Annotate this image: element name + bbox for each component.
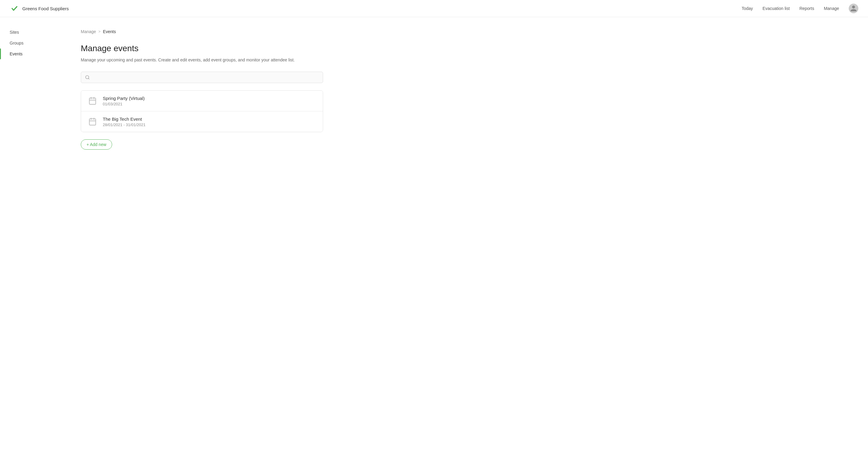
event-name: Spring Party (Virtual) [103,96,145,101]
table-row[interactable]: The Big Tech Event 28/01/2021 - 31/01/20… [81,111,323,132]
sidebar-item-sites-label: Sites [10,30,19,35]
breadcrumb: Manage > Events [81,29,323,34]
sidebar: Sites Groups Events [0,17,66,475]
nav-reports[interactable]: Reports [799,6,814,11]
breadcrumb-current: Events [103,29,116,34]
sidebar-item-groups[interactable]: Groups [0,38,66,48]
search-container [81,72,323,83]
sidebar-item-groups-label: Groups [10,41,24,45]
brand: Greens Food Suppliers [10,4,69,13]
sidebar-item-sites[interactable]: Sites [0,27,66,38]
search-input[interactable] [81,72,323,83]
search-icon [85,75,90,80]
nav-today[interactable]: Today [742,6,753,11]
user-avatar[interactable] [849,4,858,13]
nav-manage[interactable]: Manage [824,6,839,11]
brand-name: Greens Food Suppliers [22,6,69,11]
event-date: 01/03/2021 [103,102,145,106]
calendar-icon [87,116,98,127]
breadcrumb-parent[interactable]: Manage [81,29,96,34]
svg-rect-6 [90,119,96,125]
event-info: Spring Party (Virtual) 01/03/2021 [103,96,145,106]
logo-icon [10,4,19,13]
header-nav: Today Evacuation list Reports Manage [742,4,858,13]
page-description: Manage your upcoming and past events. Cr… [81,57,323,63]
event-date: 28/01/2021 - 31/01/2021 [103,123,146,127]
table-row[interactable]: Spring Party (Virtual) 01/03/2021 [81,91,323,111]
sidebar-item-events[interactable]: Events [0,48,66,59]
page-title: Manage events [81,44,323,53]
header: Greens Food Suppliers Today Evacuation l… [0,0,868,17]
nav-evacuation-list[interactable]: Evacuation list [763,6,789,11]
svg-line-1 [88,78,89,79]
calendar-icon [87,95,98,106]
svg-rect-2 [90,98,96,104]
sidebar-item-events-label: Events [10,52,23,56]
event-name: The Big Tech Event [103,116,146,122]
page-layout: Sites Groups Events Manage > Events Mana… [0,17,868,475]
event-info: The Big Tech Event 28/01/2021 - 31/01/20… [103,116,146,127]
events-list: Spring Party (Virtual) 01/03/2021 The Bi… [81,90,323,132]
main-content: Manage > Events Manage events Manage you… [66,17,338,475]
breadcrumb-separator: > [98,30,101,34]
add-new-button[interactable]: + Add new [81,139,112,149]
